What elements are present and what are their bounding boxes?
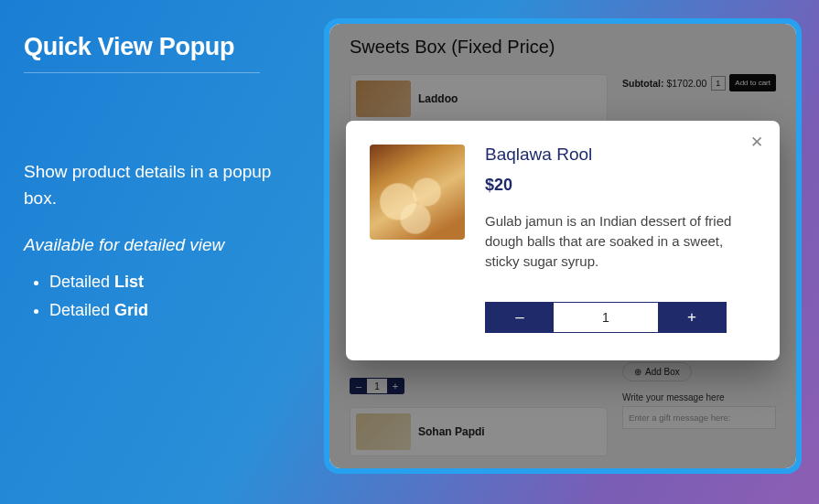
- product-description: Gulab jamun is an Indian dessert of frie…: [485, 211, 750, 271]
- product-price: $20: [485, 176, 754, 195]
- product-image: [370, 145, 465, 240]
- page-title: Quick View Popup: [24, 33, 307, 61]
- subheading: Available for detailed view: [24, 235, 307, 255]
- title-underline: [24, 72, 260, 73]
- close-icon: ✕: [750, 134, 763, 150]
- increment-button[interactable]: +: [658, 303, 726, 332]
- bullet-list: Detailed List Detailed Grid: [24, 268, 307, 324]
- list-item: Detailed List: [49, 268, 307, 296]
- quantity-stepper: – 1 +: [485, 302, 727, 333]
- description-text: Show product details in a popup box.: [24, 159, 307, 211]
- decrement-button[interactable]: –: [486, 303, 554, 332]
- product-title: Baqlawa Rool: [485, 145, 754, 165]
- list-item: Detailed Grid: [49, 296, 307, 325]
- demo-panel: Sweets Box (Fixed Price) Laddoo – 1: [324, 18, 802, 474]
- quantity-value: 1: [554, 303, 658, 332]
- quick-view-popup: ✕ Baqlawa Rool $20 Gulab jamun is an Ind…: [346, 121, 780, 360]
- close-button[interactable]: ✕: [749, 134, 765, 150]
